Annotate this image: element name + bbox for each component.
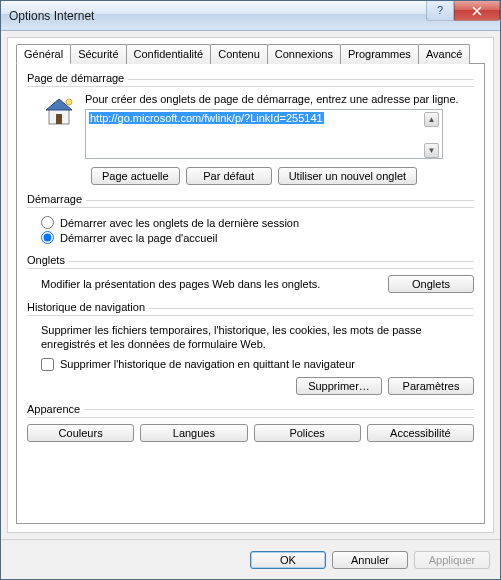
radio-label: Démarrer avec les onglets de la dernière… (60, 217, 299, 229)
languages-button[interactable]: Langues (140, 424, 247, 442)
homepage-input[interactable] (85, 109, 443, 159)
divider (86, 200, 474, 201)
group-legend: Onglets (27, 254, 65, 268)
current-page-button[interactable]: Page actuelle (91, 167, 180, 185)
group-tabs: Onglets Modifier la présentation des pag… (27, 254, 474, 293)
tab-label: Sécurité (78, 48, 118, 60)
svg-rect-3 (56, 114, 62, 124)
tabs-button[interactable]: Onglets (388, 275, 474, 293)
tab-connections[interactable]: Connexions (267, 44, 341, 64)
dialog-footer: OK Annuler Appliquer (1, 539, 500, 579)
window: Options Internet ? Général Sécurité Conf… (0, 0, 501, 580)
tab-privacy[interactable]: Confidentialité (126, 44, 212, 64)
tab-security[interactable]: Sécurité (70, 44, 126, 64)
accessibility-button[interactable]: Accessibilité (367, 424, 474, 442)
group-startup: Démarrage Démarrer avec les onglets de l… (27, 193, 474, 246)
titlebar: Options Internet ? (1, 1, 500, 31)
group-legend: Apparence (27, 403, 80, 417)
group-appearance: Apparence Couleurs Langues Polices Acces… (27, 403, 474, 442)
system-buttons: ? (426, 1, 500, 30)
settings-button[interactable]: Paramètres (388, 377, 474, 395)
delete-button[interactable]: Supprimer… (296, 377, 382, 395)
help-button[interactable]: ? (426, 1, 454, 21)
fonts-button[interactable]: Polices (254, 424, 361, 442)
home-icon (41, 93, 77, 129)
radio-home-page[interactable]: Démarrer avec la page d'accueil (41, 231, 474, 244)
tab-label: Programmes (348, 48, 411, 60)
close-button[interactable] (454, 1, 500, 21)
radio-input[interactable] (41, 231, 54, 244)
radio-last-session[interactable]: Démarrer avec les onglets de la dernière… (41, 216, 474, 229)
svg-text:?: ? (437, 6, 443, 16)
tab-advanced[interactable]: Avancé (418, 44, 471, 64)
group-legend: Démarrage (27, 193, 82, 207)
tab-general[interactable]: Général (16, 44, 71, 64)
tab-programs[interactable]: Programmes (340, 44, 419, 64)
ok-button[interactable]: OK (250, 551, 326, 569)
new-tab-button[interactable]: Utiliser un nouvel onglet (278, 167, 417, 185)
tab-panel-general: Page de démarrage Pour créer (16, 63, 485, 524)
tabs-description: Modifier la présentation des pages Web d… (41, 278, 320, 290)
tab-label: Général (24, 48, 63, 60)
svg-point-4 (66, 99, 72, 105)
radio-input[interactable] (41, 216, 54, 229)
delete-on-exit-checkbox[interactable]: Supprimer l'historique de navigation en … (41, 358, 474, 371)
divider (84, 409, 474, 410)
divider (149, 308, 474, 309)
divider (69, 261, 474, 262)
cancel-button[interactable]: Annuler (332, 551, 408, 569)
radio-label: Démarrer avec la page d'accueil (60, 232, 217, 244)
tab-label: Contenu (218, 48, 260, 60)
tab-strip: Général Sécurité Confidentialité Contenu… (16, 44, 485, 64)
checkbox-input[interactable] (41, 358, 54, 371)
group-legend: Page de démarrage (27, 72, 124, 86)
group-homepage: Page de démarrage Pour créer (27, 72, 474, 185)
tab-label: Avancé (426, 48, 463, 60)
window-title: Options Internet (9, 9, 426, 23)
divider (128, 79, 474, 80)
default-page-button[interactable]: Par défaut (186, 167, 272, 185)
tab-label: Confidentialité (134, 48, 204, 60)
apply-button[interactable]: Appliquer (414, 551, 490, 569)
checkbox-label: Supprimer l'historique de navigation en … (60, 358, 355, 370)
group-legend: Historique de navigation (27, 301, 145, 315)
client-area: Général Sécurité Confidentialité Contenu… (7, 37, 494, 533)
tab-content[interactable]: Contenu (210, 44, 268, 64)
homepage-description: Pour créer des onglets de page de démarr… (85, 93, 474, 105)
history-description: Supprimer les fichiers temporaires, l'hi… (41, 324, 474, 352)
colors-button[interactable]: Couleurs (27, 424, 134, 442)
tab-label: Connexions (275, 48, 333, 60)
group-history: Historique de navigation Supprimer les f… (27, 301, 474, 395)
